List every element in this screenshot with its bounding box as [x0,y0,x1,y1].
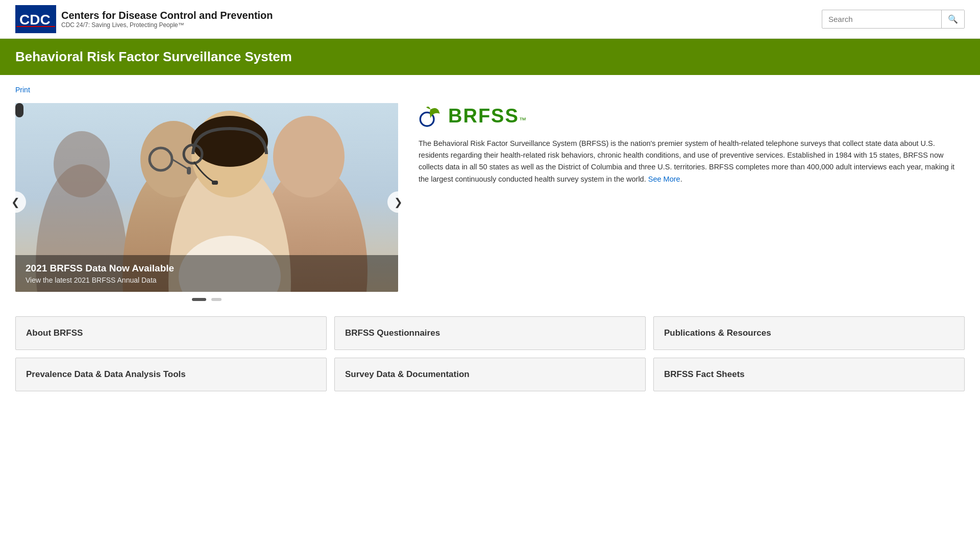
description-panel: BRFSS™ The Behavioral Risk Factor Survei… [419,103,965,301]
brfss-tm: ™ [519,116,526,124]
nav-box-questionnaires[interactable]: BRFSS Questionnaires [334,316,646,350]
nav-box-prevalence[interactable]: Prevalence Data & Data Analysis Tools [15,358,327,391]
hero-section: ❮ [15,103,965,301]
org-name: Centers for Disease Control and Preventi… [61,10,273,21]
carousel-dots [15,298,398,301]
description-text: The Behavioral Risk Factor Surveillance … [419,138,965,185]
org-tagline: CDC 24/7: Saving Lives, Protecting Peopl… [61,21,273,29]
site-header: CDC Centers for Disease Control and Prev… [0,0,980,39]
carousel-caption-title: 2021 BRFSS Data Now Available [26,263,388,274]
carousel-caption-subtitle: View the latest 2021 BRFSS Annual Data [26,276,388,284]
see-more-link[interactable]: See More [648,175,680,183]
brfss-logo-area: BRFSS™ [419,103,965,129]
banner-title: Behavioral Risk Factor Surveillance Syst… [15,49,292,64]
svg-point-16 [191,116,268,167]
carousel-prev-button[interactable]: ❮ [5,191,26,213]
search-input[interactable] [822,11,941,28]
brfss-logo-text: BRFSS [448,105,519,127]
main-content: Print ❮ [0,75,980,402]
carousel-dot-1[interactable] [192,298,206,301]
svg-rect-11 [187,167,191,174]
svg-rect-18 [15,103,23,117]
carousel-wrapper: ❮ [15,103,398,301]
org-name-block: Centers for Disease Control and Preventi… [61,10,273,29]
nav-box-fact-sheets[interactable]: BRFSS Fact Sheets [653,358,965,391]
nav-grid: About BRFSS BRFSS Questionnaires Publica… [15,316,965,391]
carousel-next-button[interactable]: ❯ [387,191,409,213]
logo-area: CDC Centers for Disease Control and Prev… [15,5,273,33]
nav-box-survey-data[interactable]: Survey Data & Documentation [334,358,646,391]
search-button[interactable]: 🔍 [941,10,964,28]
svg-point-13 [273,116,345,197]
search-area: 🔍 [822,10,965,29]
nav-box-about-brfss[interactable]: About BRFSS [15,316,327,350]
carousel-image: 2021 BRFSS Data Now Available View the l… [15,103,398,292]
svg-rect-19 [212,181,218,185]
nav-box-publications[interactable]: Publications & Resources [653,316,965,350]
svg-text:CDC: CDC [19,12,51,28]
cdc-logo-icon: CDC [15,5,56,33]
print-link[interactable]: Print [15,86,30,94]
carousel-dot-2[interactable] [211,298,222,301]
svg-point-6 [54,131,110,197]
carousel-caption: 2021 BRFSS Data Now Available View the l… [15,255,398,292]
brfss-logo-icon [419,103,444,129]
page-banner: Behavioral Risk Factor Surveillance Syst… [0,39,980,75]
